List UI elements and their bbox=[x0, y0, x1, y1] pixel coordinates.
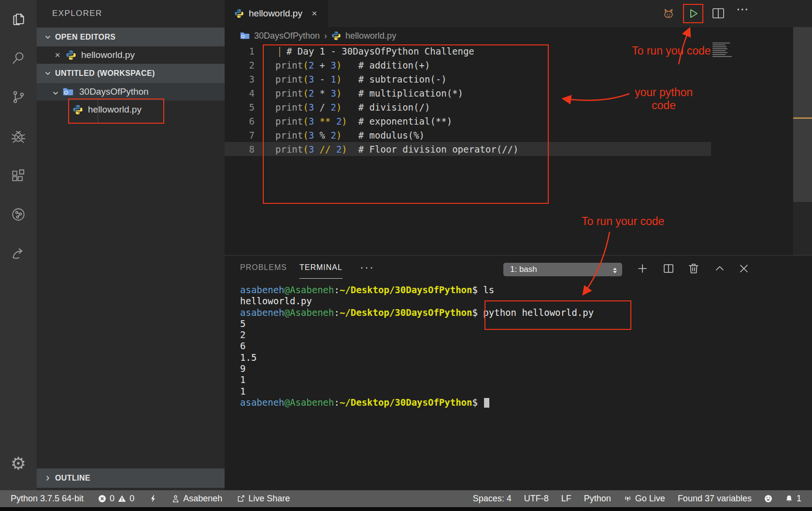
folder-icon bbox=[240, 31, 250, 41]
explorer-icon[interactable] bbox=[11, 12, 26, 27]
share-icon bbox=[237, 495, 245, 503]
chevron-down-icon bbox=[44, 34, 51, 41]
python-file-icon bbox=[234, 9, 244, 18]
indentation-item[interactable]: Spaces: 4 bbox=[473, 494, 512, 504]
breadcrumb-separator: › bbox=[324, 31, 327, 41]
close-icon[interactable]: × bbox=[310, 8, 319, 19]
annotation-text-run-terminal: To run your code bbox=[582, 215, 664, 228]
source-control-icon[interactable] bbox=[11, 89, 26, 105]
terminal-line: 1.5 bbox=[240, 352, 594, 363]
chevron-down-icon bbox=[52, 88, 59, 95]
python-file-icon bbox=[331, 31, 341, 41]
terminal-line: 2 bbox=[240, 329, 594, 341]
chevron-down-icon bbox=[44, 70, 51, 77]
chevron-right-icon bbox=[44, 475, 51, 482]
language-mode-item[interactable]: Python bbox=[584, 494, 611, 504]
terminal-line: 6 bbox=[240, 341, 594, 352]
encoding-item[interactable]: UTF-8 bbox=[524, 494, 549, 504]
annotation-box-run-command bbox=[484, 300, 631, 330]
annotation-box-explorer-file bbox=[68, 99, 164, 124]
scrollbar-slider[interactable] bbox=[793, 27, 812, 202]
bolt-icon bbox=[149, 495, 157, 503]
annotation-box-code bbox=[263, 44, 549, 204]
status-bar: Python 3.7.5 64-bit 0 0 Asabeneh Live Sh… bbox=[0, 490, 812, 507]
tab-problems[interactable]: PROBLEMS bbox=[240, 263, 287, 278]
notifications-item[interactable]: 1 bbox=[785, 494, 801, 504]
live-share-item[interactable]: Live Share bbox=[237, 494, 290, 504]
scrollbar-marker bbox=[793, 117, 812, 119]
search-icon[interactable] bbox=[11, 50, 26, 66]
activity-bar: ⚙ bbox=[0, 0, 37, 490]
open-editor-item[interactable]: × helloworld.py bbox=[37, 46, 225, 64]
tab-terminal[interactable]: TERMINAL bbox=[299, 263, 342, 279]
variables-found-item[interactable]: Found 37 variables bbox=[678, 494, 752, 504]
workspace-header[interactable]: UNTITLED (WORKSPACE) bbox=[37, 64, 225, 83]
broadcast-icon bbox=[624, 495, 632, 503]
new-terminal-icon[interactable] bbox=[636, 262, 649, 275]
panel-more-icon[interactable]: ··· bbox=[360, 260, 374, 274]
split-terminal-icon[interactable] bbox=[662, 262, 675, 275]
terminal-shell-select[interactable]: 1: bash bbox=[503, 263, 622, 276]
breadcrumb: 30DaysOfPython › helloworld.py bbox=[225, 27, 793, 44]
smiley-icon bbox=[764, 495, 772, 503]
terminal-line: 1 bbox=[240, 374, 594, 385]
breadcrumb-folder[interactable]: 30DaysOfPython bbox=[254, 31, 320, 41]
folder-name: 30DaysOfPython bbox=[79, 86, 149, 97]
close-panel-icon[interactable] bbox=[738, 262, 750, 275]
open-editor-filename: helloworld.py bbox=[81, 50, 135, 60]
terminal-line: asabeneh@Asabeneh:~/Desktop/30DaysOfPyth… bbox=[240, 284, 594, 296]
terminal-cursor bbox=[484, 398, 489, 408]
minimap[interactable] bbox=[712, 43, 733, 58]
split-editor-icon[interactable] bbox=[711, 6, 726, 21]
terminal-line: 1 bbox=[240, 386, 594, 397]
folder-icon bbox=[63, 86, 73, 97]
play-icon bbox=[687, 7, 699, 20]
person-icon bbox=[171, 495, 180, 503]
explorer-sidebar: EXPLORER OPEN EDITORS × helloworld.py UN… bbox=[37, 0, 225, 490]
tab-title: helloworld.py bbox=[249, 8, 302, 19]
feedback-smiley[interactable] bbox=[764, 495, 772, 503]
run-button[interactable] bbox=[683, 4, 703, 23]
python-interpreter[interactable]: Python 3.7.5 64-bit bbox=[11, 494, 84, 504]
kill-terminal-trash-icon[interactable] bbox=[687, 262, 700, 275]
terminal-line: asabeneh@Asabeneh:~/Desktop/30DaysOfPyth… bbox=[240, 397, 594, 408]
debug-icon[interactable] bbox=[11, 129, 26, 144]
close-icon[interactable]: × bbox=[53, 50, 62, 60]
settings-gear-icon[interactable]: ⚙ bbox=[11, 455, 26, 472]
open-editors-header[interactable]: OPEN EDITORS bbox=[37, 28, 225, 46]
annotation-text-run-button: To run you code bbox=[632, 44, 711, 57]
tab-helloworld[interactable]: helloworld.py × bbox=[225, 0, 329, 27]
eol-item[interactable]: LF bbox=[561, 494, 571, 504]
account-item[interactable]: Asabeneh bbox=[171, 494, 222, 504]
problems-summary[interactable]: 0 0 bbox=[98, 494, 134, 504]
terminal-line: 9 bbox=[240, 363, 594, 374]
workspace-label: UNTITLED (WORKSPACE) bbox=[55, 69, 155, 78]
bell-icon bbox=[785, 495, 793, 503]
outline-header[interactable]: OUTLINE bbox=[37, 468, 225, 488]
error-icon bbox=[98, 495, 106, 503]
maximize-panel-icon[interactable] bbox=[713, 262, 726, 275]
sidebar-title: EXPLORER bbox=[52, 9, 102, 18]
extensions-icon[interactable] bbox=[11, 168, 26, 184]
shell-select-value: 1: bash bbox=[510, 265, 537, 274]
open-editors-label: OPEN EDITORS bbox=[55, 33, 115, 42]
bottom-panel: PROBLEMS TERMINAL ··· 1: bash asabeneh@A… bbox=[225, 255, 812, 490]
window-edge bbox=[0, 507, 812, 511]
vscode-window: ⚙ EXPLORER OPEN EDITORS × helloworld.py … bbox=[0, 0, 812, 511]
feedback-bolt[interactable] bbox=[149, 495, 157, 503]
more-actions-icon[interactable]: ⋯ bbox=[736, 2, 751, 16]
select-arrows-icon bbox=[613, 266, 617, 275]
folder-item-30daysofpython[interactable]: 30DaysOfPython bbox=[37, 83, 225, 100]
live-share-icon[interactable] bbox=[11, 207, 26, 222]
python-file-icon bbox=[66, 50, 76, 60]
go-live-item[interactable]: Go Live bbox=[624, 494, 665, 504]
annotation-text-python-code: your python code bbox=[628, 86, 699, 112]
curved-arrow-extension-icon[interactable] bbox=[11, 245, 26, 261]
breadcrumb-file[interactable]: helloworld.py bbox=[345, 31, 396, 41]
outline-label: OUTLINE bbox=[55, 474, 90, 483]
warning-icon bbox=[118, 495, 126, 503]
cat-icon[interactable] bbox=[661, 6, 676, 21]
editor-scrollbar[interactable] bbox=[793, 27, 812, 255]
